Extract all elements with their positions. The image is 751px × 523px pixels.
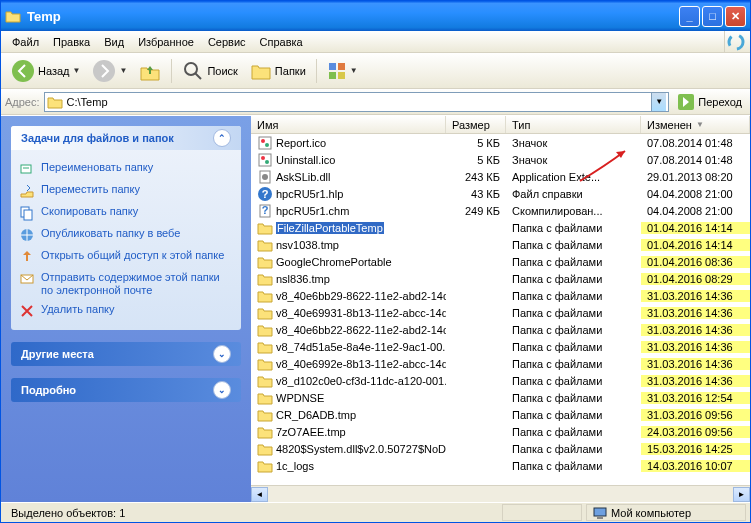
- status-computer: Мой компьютер: [586, 504, 746, 521]
- menu-help[interactable]: Справка: [253, 34, 310, 50]
- scroll-left-button[interactable]: ◄: [251, 487, 268, 502]
- column-date[interactable]: Изменен▼: [641, 116, 750, 133]
- address-input[interactable]: [67, 96, 652, 108]
- dropdown-icon: ▼: [119, 66, 127, 75]
- dll-icon: [257, 169, 273, 185]
- task-rename[interactable]: Переименовать папку: [19, 158, 233, 180]
- file-name: CR_D6ADB.tmp: [276, 409, 356, 421]
- cell-name: v8_40e6bb22-8622-11e2-abd2-14d...: [251, 322, 446, 338]
- address-dropdown[interactable]: ▼: [651, 93, 666, 111]
- cell-type: Папка с файлами: [506, 307, 641, 319]
- task-share[interactable]: Открыть общий доступ к этой папке: [19, 246, 233, 268]
- menu-view[interactable]: Вид: [97, 34, 131, 50]
- file-row[interactable]: AskSLib.dll243 КБApplication Exte...29.0…: [251, 168, 750, 185]
- go-button[interactable]: Переход: [673, 93, 746, 111]
- horizontal-scrollbar[interactable]: ◄ ►: [251, 485, 750, 502]
- file-row[interactable]: FileZillaPortableTempПапка с файлами01.0…: [251, 219, 750, 236]
- cell-type: Папка с файлами: [506, 273, 641, 285]
- menubar: Файл Правка Вид Избранное Сервис Справка: [1, 31, 750, 53]
- menu-favorites[interactable]: Избранное: [131, 34, 201, 50]
- rename-icon: [19, 161, 35, 177]
- file-row[interactable]: nsv1038.tmpПапка с файлами01.04.2016 14:…: [251, 236, 750, 253]
- svg-point-0: [729, 35, 743, 49]
- task-copy[interactable]: Скопировать папку: [19, 202, 233, 224]
- svg-point-2: [93, 60, 115, 82]
- cell-date: 31.03.2016 14:36: [641, 341, 750, 353]
- svg-text:?: ?: [262, 188, 269, 200]
- dropdown-icon: ▼: [73, 66, 81, 75]
- file-row[interactable]: 7zO7AEE.tmpПапка с файлами24.03.2016 09:…: [251, 423, 750, 440]
- svg-point-20: [261, 156, 265, 160]
- task-publish[interactable]: Опубликовать папку в вебе: [19, 224, 233, 246]
- cell-date: 31.03.2016 14:36: [641, 358, 750, 370]
- file-row[interactable]: ?hpcRU5r1.chm249 КБСкомпилирован...04.04…: [251, 202, 750, 219]
- minimize-button[interactable]: _: [679, 6, 700, 27]
- address-combo[interactable]: ▼: [44, 92, 670, 112]
- svg-point-21: [265, 160, 269, 164]
- menu-tools[interactable]: Сервис: [201, 34, 253, 50]
- svg-rect-8: [338, 72, 345, 79]
- status-pane-empty: [502, 504, 582, 521]
- cell-name: AskSLib.dll: [251, 169, 446, 185]
- file-row[interactable]: 4820$System.dll$v2.0.50727$NoD...Папка с…: [251, 440, 750, 457]
- svg-rect-16: [259, 137, 271, 149]
- file-row[interactable]: v8_74d51a5e-8a4e-11e2-9ac1-00...Папка с …: [251, 338, 750, 355]
- folders-button[interactable]: Папки: [246, 58, 310, 84]
- cell-type: Папка с файлами: [506, 239, 641, 251]
- column-name[interactable]: Имя: [251, 116, 446, 133]
- file-row[interactable]: CR_D6ADB.tmpПапка с файлами31.03.2016 09…: [251, 406, 750, 423]
- back-button[interactable]: Назад ▼: [7, 57, 84, 85]
- file-row[interactable]: v8_40e6992e-8b13-11e2-abcc-14d...Папка с…: [251, 355, 750, 372]
- task-delete[interactable]: Удалить папку: [19, 300, 233, 322]
- back-label: Назад: [38, 65, 70, 77]
- folder-icon: [257, 237, 273, 253]
- file-row[interactable]: ?hpcRU5r1.hlp43 КБФайл справки04.04.2008…: [251, 185, 750, 202]
- file-row[interactable]: Report.ico5 КБЗначок07.08.2014 01:48: [251, 134, 750, 151]
- file-row[interactable]: WPDNSEПапка с файлами31.03.2016 12:54: [251, 389, 750, 406]
- cell-date: 04.04.2008 21:00: [641, 188, 750, 200]
- folder-icon: [257, 254, 273, 270]
- file-row[interactable]: Uninstall.ico5 КБЗначок07.08.2014 01:48: [251, 151, 750, 168]
- file-row[interactable]: v8_40e6bb22-8622-11e2-abd2-14d...Папка с…: [251, 321, 750, 338]
- file-row[interactable]: v8_d102c0e0-cf3d-11dc-a120-001...Папка с…: [251, 372, 750, 389]
- cell-type: Папка с файлами: [506, 341, 641, 353]
- cell-size: 5 КБ: [446, 137, 506, 149]
- copy-icon: [19, 205, 35, 221]
- file-tasks-header[interactable]: Задачи для файлов и папок ⌃: [11, 126, 241, 150]
- file-row[interactable]: v8_40e69931-8b13-11e2-abcc-14d...Папка с…: [251, 304, 750, 321]
- file-row[interactable]: v8_40e6bb29-8622-11e2-abd2-14d...Папка с…: [251, 287, 750, 304]
- go-icon: [677, 93, 695, 111]
- cell-date: 01.04.2016 08:36: [641, 256, 750, 268]
- maximize-button[interactable]: □: [702, 6, 723, 27]
- svg-point-18: [265, 143, 269, 147]
- column-size[interactable]: Размер: [446, 116, 506, 133]
- cell-size: 243 КБ: [446, 171, 506, 183]
- cell-size: 43 КБ: [446, 188, 506, 200]
- task-move[interactable]: Переместить папку: [19, 180, 233, 202]
- column-type[interactable]: Тип: [506, 116, 641, 133]
- menu-file[interactable]: Файл: [5, 34, 46, 50]
- close-button[interactable]: ✕: [725, 6, 746, 27]
- scroll-right-button[interactable]: ►: [733, 487, 750, 502]
- cell-name: WPDNSE: [251, 390, 446, 406]
- status-bar: Выделено объектов: 1 Мой компьютер: [1, 502, 750, 522]
- task-email[interactable]: Отправить содержимое этой папки по элект…: [19, 268, 233, 300]
- folder-icon: [257, 407, 273, 423]
- titlebar[interactable]: Temp _ □ ✕: [1, 1, 750, 31]
- file-name: nsl836.tmp: [276, 273, 330, 285]
- views-button[interactable]: ▼: [323, 59, 362, 83]
- folder-icon: [257, 271, 273, 287]
- details-header[interactable]: Подробно ⌄: [11, 378, 241, 402]
- cell-name: nsv1038.tmp: [251, 237, 446, 253]
- file-row[interactable]: nsl836.tmpПапка с файлами01.04.2016 08:2…: [251, 270, 750, 287]
- other-places-header[interactable]: Другие места ⌄: [11, 342, 241, 366]
- menu-edit[interactable]: Правка: [46, 34, 97, 50]
- svg-rect-10: [21, 165, 31, 173]
- forward-button[interactable]: ▼: [88, 57, 131, 85]
- file-row[interactable]: GoogleChromePortableПапка с файлами01.04…: [251, 253, 750, 270]
- cell-date: 31.03.2016 12:54: [641, 392, 750, 404]
- folder-icon: [257, 305, 273, 321]
- search-button[interactable]: Поиск: [178, 58, 241, 84]
- file-row[interactable]: 1c_logsПапка с файлами14.03.2016 10:07: [251, 457, 750, 474]
- up-button[interactable]: [135, 58, 165, 84]
